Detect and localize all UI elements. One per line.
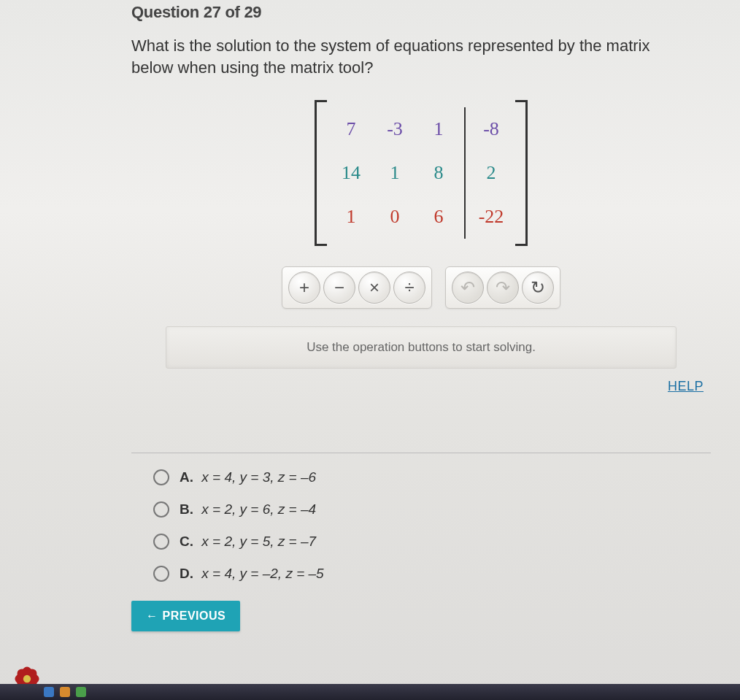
- radio-icon: [153, 566, 169, 582]
- undo-button[interactable]: ↶: [452, 272, 484, 304]
- answer-text: x = 4, y = –2, z = –5: [201, 566, 323, 581]
- previous-button[interactable]: ← PREVIOUS: [131, 601, 240, 631]
- minus-button[interactable]: −: [323, 272, 355, 304]
- arrow-left-icon: ←: [146, 609, 158, 623]
- answer-text: x = 2, y = 5, z = –7: [201, 534, 316, 549]
- taskbar-app-icon[interactable]: [44, 687, 54, 697]
- matrix-cell: -3: [387, 118, 403, 140]
- question-text: What is the solution to the system of eq…: [131, 35, 686, 78]
- svg-point-4: [23, 675, 31, 682]
- matrix-cell: 7: [347, 118, 356, 140]
- answer-label: C.: [180, 534, 193, 549]
- divide-button[interactable]: ÷: [393, 272, 425, 304]
- radio-icon: [153, 534, 169, 550]
- answer-option-c[interactable]: C. x = 2, y = 5, z = –7: [153, 534, 711, 550]
- matrix-cell: 8: [434, 162, 444, 184]
- divider: [131, 453, 711, 453]
- radio-icon: [153, 469, 169, 485]
- matrix-cell: -22: [479, 206, 504, 228]
- matrix-cell: 6: [434, 206, 444, 228]
- operation-group-arithmetic: + − × ÷: [282, 266, 432, 309]
- plus-button[interactable]: +: [288, 272, 320, 304]
- answer-option-a[interactable]: A. x = 4, y = 3, z = –6: [153, 469, 711, 485]
- answer-label: B.: [180, 501, 193, 517]
- answer-option-d[interactable]: D. x = 4, y = –2, z = –5: [153, 566, 711, 582]
- radio-icon: [153, 501, 169, 518]
- matrix-cell: 14: [342, 162, 361, 184]
- augment-bar: [464, 107, 466, 239]
- instruction-bar: Use the operation buttons to start solvi…: [166, 326, 677, 369]
- matrix-cell: 1: [347, 206, 356, 228]
- redo-button[interactable]: ↷: [487, 272, 519, 304]
- question-number: Question 27 of 29: [131, 3, 711, 22]
- matrix-cell: 2: [487, 162, 496, 184]
- answer-text: x = 4, y = 3, z = –6: [201, 469, 316, 485]
- previous-label: PREVIOUS: [163, 609, 226, 623]
- taskbar: [0, 684, 740, 700]
- help-link[interactable]: HELP: [668, 379, 704, 393]
- reset-button[interactable]: ↻: [522, 272, 554, 304]
- taskbar-app-icon[interactable]: [76, 687, 86, 697]
- augmented-matrix: 7 -3 1 -8 14 1 8 2 1 0 6 -22: [315, 100, 528, 246]
- matrix-cell: -8: [483, 118, 499, 140]
- matrix-cell: 0: [390, 206, 400, 228]
- matrix-cell: 1: [390, 162, 400, 184]
- answer-label: D.: [180, 566, 193, 581]
- answer-option-b[interactable]: B. x = 2, y = 6, z = –4: [153, 501, 711, 518]
- taskbar-app-icon[interactable]: [60, 687, 70, 697]
- operation-group-history: ↶ ↷ ↻: [445, 266, 560, 309]
- times-button[interactable]: ×: [358, 272, 390, 304]
- answer-text: x = 2, y = 6, z = –4: [201, 501, 316, 517]
- answer-label: A.: [180, 469, 193, 485]
- matrix-cell: 1: [434, 118, 444, 140]
